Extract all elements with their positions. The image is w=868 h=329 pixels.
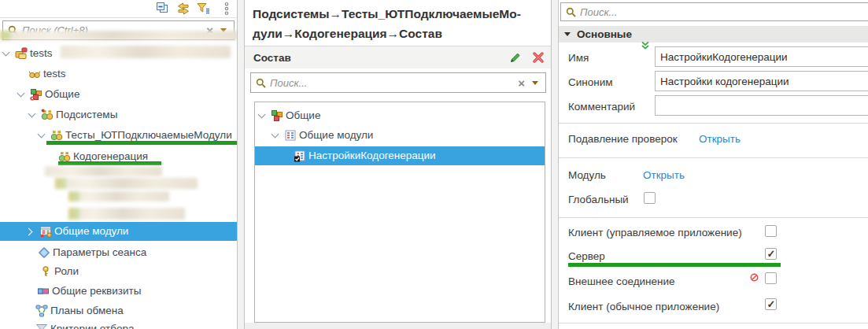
content-search: × — [250, 72, 546, 93]
global-label: Глобальный — [568, 194, 629, 205]
tree-item-tests-config[interactable]: tests — [0, 65, 237, 83]
module-label: Модуль — [568, 169, 606, 181]
section-title: Состав — [253, 52, 291, 64]
common-modules-icon — [39, 225, 52, 238]
common-blocks-icon — [271, 109, 283, 122]
subsystem-icon — [50, 129, 63, 142]
redacted-row — [0, 31, 238, 40]
divider — [559, 323, 868, 323]
tree-item-codegen-settings[interactable]: НастройкиКодогенерации — [255, 146, 545, 165]
tree-item-session-parameters[interactable]: Параметры сеанса — [0, 244, 237, 261]
clear-search-icon[interactable]: × — [518, 77, 525, 89]
green-underline — [58, 161, 161, 165]
redacted-text — [61, 46, 231, 58]
server-checkbox[interactable] — [765, 248, 777, 260]
no-entry-icon — [750, 273, 759, 282]
synonym-label: Синоним — [568, 76, 613, 88]
tree-item-common-attributes[interactable]: Общие реквизиты — [0, 283, 237, 300]
editor-panel: Подсистемы→Тесты_ЮТПодключаемыеМо- дули→… — [245, 0, 551, 329]
session-parameter-icon — [38, 246, 50, 259]
properties-search-input[interactable] — [580, 6, 868, 18]
content-search-input[interactable] — [270, 77, 511, 89]
comment-field[interactable] — [655, 95, 868, 116]
ordinary-client-checkbox[interactable] — [765, 298, 777, 310]
tree-item-common[interactable]: Общие — [255, 107, 545, 124]
tree-item-exchange-plans[interactable]: Планы обмена — [0, 302, 237, 320]
project-icon — [15, 47, 28, 60]
global-checkbox[interactable] — [644, 192, 656, 204]
divider — [559, 157, 868, 158]
common-attribute-icon — [37, 285, 50, 298]
tree-item-common-modules[interactable]: Общие модули — [255, 127, 545, 144]
common-blocks-icon — [30, 88, 42, 101]
managed-client-checkbox[interactable] — [765, 225, 777, 237]
toolbar-divider — [0, 17, 237, 18]
chevron-down-icon[interactable] — [17, 90, 25, 98]
comment-label: Комментарий — [568, 101, 635, 113]
redacted-row — [68, 191, 169, 201]
navigator-toolbar — [0, 2, 237, 17]
redacted-row — [45, 166, 162, 176]
view-menu-icon[interactable] — [223, 2, 230, 16]
panel-splitter[interactable] — [237, 0, 245, 329]
navigator-panel: × tests tests Общие Подсистемы — [0, 0, 237, 329]
tree-item-common-modules[interactable]: Общие модули — [0, 222, 237, 241]
panel-footer-strip — [245, 323, 551, 329]
tree-item-label: Критерии отбора — [50, 323, 134, 329]
tree-item-common[interactable]: Общие — [0, 86, 237, 103]
subsystem-icon — [41, 109, 54, 121]
suppress-checks-open-link[interactable]: Открыть — [699, 133, 741, 145]
suppress-checks-label: Подавление проверок — [568, 133, 678, 145]
common-module-icon — [284, 129, 297, 142]
tree-item-label: Общие модули — [54, 225, 128, 238]
filter-icon[interactable] — [196, 2, 210, 16]
tree-item-label: Параметры сеанса — [53, 246, 146, 259]
exchange-plan-icon — [35, 305, 48, 317]
tree-item-label: Тесты_ЮТПодключаемыеМодули — [65, 129, 232, 142]
search-icon — [566, 7, 576, 17]
collapse-all-icon[interactable] — [155, 2, 169, 16]
tree-item-label: Общие — [45, 88, 79, 101]
panel-splitter[interactable] — [551, 0, 559, 329]
chevron-down-icon[interactable] — [258, 111, 266, 119]
role-key-icon — [39, 265, 52, 278]
configuration-icon — [28, 68, 41, 80]
chevron-down-icon[interactable] — [38, 131, 46, 139]
divider — [559, 123, 868, 124]
collapse-triangle-icon — [564, 32, 571, 36]
search-dropdown-icon[interactable] — [532, 81, 538, 85]
divider — [559, 217, 868, 218]
green-underline — [46, 141, 238, 145]
tree-item-label: tests — [43, 68, 66, 80]
module-open-link[interactable]: Открыть — [643, 169, 685, 181]
breadcrumb-line-1: Подсистемы→Тесты_ЮТПодключаемыеМо- — [253, 4, 547, 24]
link-with-editor-icon[interactable] — [176, 2, 190, 16]
tree-item-label: tests — [30, 47, 53, 60]
redacted-row — [68, 208, 185, 220]
tree-item-label: Планы обмена — [50, 305, 124, 317]
chevron-down-icon[interactable] — [271, 131, 279, 139]
synonym-field[interactable] — [655, 71, 868, 91]
content-tree: Общие Общие модули НастройкиКодогенераци… — [254, 102, 545, 323]
managed-client-label: Клиент (управляемое приложение) — [568, 227, 742, 238]
chevron-right-icon[interactable] — [25, 227, 33, 235]
tree-item-filter-criteria[interactable]: Критерии отбора — [0, 320, 237, 329]
search-icon — [256, 78, 266, 88]
tree-item-roles[interactable]: Роли — [0, 263, 237, 280]
name-field[interactable] — [655, 46, 868, 67]
ordinary-client-label: Клиент (обычное приложение) — [568, 301, 719, 312]
server-label: Сервер — [568, 250, 605, 262]
external-connection-checkbox[interactable] — [765, 272, 777, 284]
external-connection-label: Внешнее соединение — [568, 275, 675, 287]
delete-x-icon[interactable] — [532, 51, 545, 64]
tree-item-subsystems[interactable]: Подсистемы — [0, 106, 237, 124]
tree-item-label: Подсистемы — [56, 109, 117, 121]
module-checked-icon — [294, 150, 306, 162]
edit-pencil-icon[interactable] — [509, 51, 522, 64]
tree-item-label: Общие реквизиты — [52, 285, 141, 298]
chevron-down-icon[interactable] — [28, 110, 36, 118]
double-chevron-down-icon[interactable] — [641, 41, 650, 50]
group-header-main[interactable]: Основные — [559, 26, 868, 43]
chevron-down-icon[interactable] — [2, 49, 10, 57]
group-title: Основные — [577, 28, 632, 40]
